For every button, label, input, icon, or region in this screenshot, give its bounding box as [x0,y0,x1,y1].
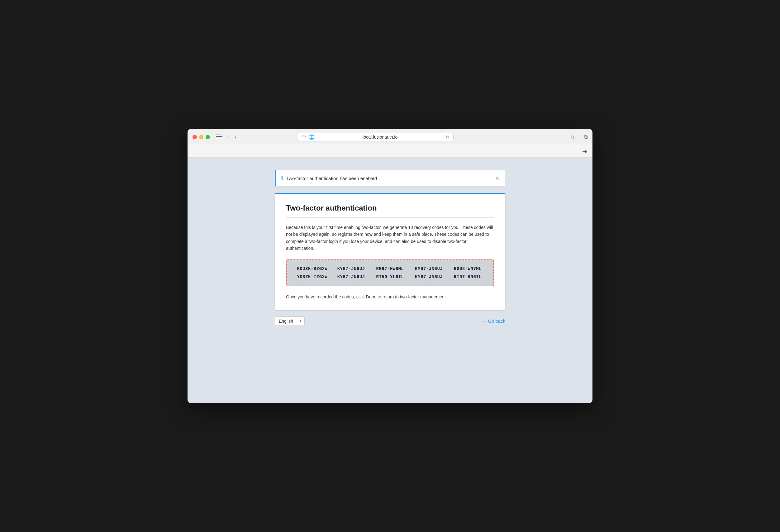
url-text: local.fusionauth.io [317,135,443,140]
traffic-light-minimize[interactable] [199,135,203,139]
card-title: Two-factor authentication [286,204,494,212]
browser-controls: ‹ › [216,133,237,141]
recovery-code-5: RG08-WN7ML [449,266,486,271]
card-footer-text: Once you have recorded the codes, click … [286,294,494,300]
recovery-code-2: KY67-JN6UJ [333,266,370,271]
forward-button[interactable]: › [233,133,237,141]
browser-chrome: ‹ › 🛡 🌐 local.fusionauth.io ↻ ⎙ + ⧉ [188,129,592,145]
recovery-code-3: RG97-HW6ML [372,266,408,271]
browser-window: ‹ › 🛡 🌐 local.fusionauth.io ↻ ⎙ + ⧉ ⇥ ℹ … [188,129,592,403]
new-tab-button[interactable]: + [578,134,580,140]
card-description: Because this is your first time enabling… [286,224,494,252]
back-button[interactable]: ‹ [226,133,231,141]
traffic-light-close[interactable] [193,135,197,139]
browser-actions: ⎙ + ⧉ [571,134,587,140]
notification-banner: ℹ Two-factor authentication has been ena… [275,170,505,187]
tabs-button[interactable]: ⧉ [584,134,587,140]
globe-icon: 🌐 [309,134,314,140]
recovery-codes-grid: KDJZK-BZGXW KY67-JN6UJ RG97-HW6ML KM67-J… [294,266,486,279]
main-card: Two-factor authentication Because this i… [275,193,505,310]
address-bar[interactable]: 🛡 🌐 local.fusionauth.io ↻ [298,133,453,141]
page-content: ℹ Two-factor authentication has been ena… [188,158,592,403]
recovery-code-9: KY67-JN6UJ [410,275,447,279]
language-selector-wrapper: English Español Français Deutsch ▾ [275,317,305,326]
language-select[interactable]: English Español Français Deutsch [275,317,305,326]
bottom-bar: English Español Français Deutsch ▾ ← Go … [275,317,505,326]
recovery-codes-box: KDJZK-BZGXW KY67-JN6UJ RG97-HW6ML KM67-J… [286,259,494,286]
recovery-code-6: YD8ZK-IZGXW [294,275,331,279]
go-back-link[interactable]: ← Go back [482,318,505,324]
recovery-code-4: KM67-JN6UJ [410,266,447,271]
notification-text: Two-factor authentication has been enabl… [286,176,492,181]
recovery-code-7: KY67-JN6UJ [333,275,370,279]
sidebar-toggle-button[interactable] [216,135,223,140]
logout-icon[interactable]: ⇥ [582,148,587,155]
share-button[interactable]: ⎙ [571,134,574,140]
traffic-lights [193,135,210,139]
browser-toolbar: ⇥ [188,145,592,158]
info-icon: ℹ [281,175,283,182]
recovery-code-10: RI97-HN6IL [449,275,486,279]
traffic-light-maximize[interactable] [206,135,210,139]
recovery-code-1: KDJZK-BZGXW [294,266,331,271]
notification-close-button[interactable]: ✕ [495,175,500,182]
card-divider [286,217,494,218]
recovery-code-8: RT50-YL6IL [372,275,408,279]
shield-icon: 🛡 [302,135,306,140]
refresh-button[interactable]: ↻ [446,135,449,140]
